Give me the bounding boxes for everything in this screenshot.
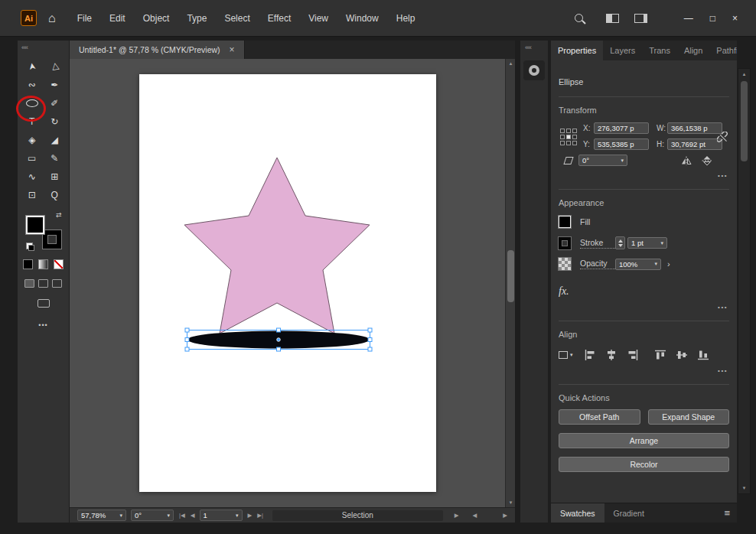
draw-behind-button[interactable] xyxy=(38,279,48,288)
selection-handle[interactable] xyxy=(185,338,189,342)
flip-horizontal-icon[interactable] xyxy=(680,156,692,165)
type-tool[interactable]: T xyxy=(21,112,44,131)
menu-window[interactable]: Window xyxy=(346,13,379,24)
stroke-swatch[interactable] xyxy=(559,237,571,249)
selection-handle[interactable] xyxy=(277,347,281,351)
align-right-button[interactable] xyxy=(627,349,639,361)
scrollbar-thumb[interactable] xyxy=(741,81,748,161)
canvas[interactable]: ▴ ▾ xyxy=(70,59,515,507)
free-transform-tool[interactable]: ⊞ xyxy=(44,168,67,186)
paintbrush-tool[interactable]: ✐ xyxy=(44,94,67,112)
scroll-up-icon[interactable]: ▴ xyxy=(506,60,515,67)
expand-shape-button[interactable]: Expand Shape xyxy=(648,409,730,425)
flip-vertical-icon[interactable] xyxy=(702,155,712,166)
stroke-label[interactable]: Stroke xyxy=(580,238,615,249)
screen-mode-button[interactable] xyxy=(37,299,50,308)
stroke-color-swatch[interactable] xyxy=(43,230,61,249)
selection-handle[interactable] xyxy=(368,347,372,351)
menu-edit[interactable]: Edit xyxy=(109,13,125,24)
chevron-right-icon[interactable]: › xyxy=(667,259,670,269)
minimize-button[interactable]: — xyxy=(684,14,693,23)
maximize-button[interactable]: □ xyxy=(710,14,715,23)
tab-swatches[interactable]: Swatches xyxy=(551,503,604,523)
selection-handle[interactable] xyxy=(185,328,189,332)
rectangle-tool[interactable]: ▭ xyxy=(21,149,44,168)
h-value-field[interactable]: 30,7692 pt xyxy=(667,138,722,150)
align-left-button[interactable] xyxy=(584,349,596,361)
stepper-down-icon[interactable] xyxy=(618,244,623,247)
align-top-button[interactable] xyxy=(654,349,666,361)
star-shape[interactable] xyxy=(184,158,370,334)
direct-selection-tool[interactable]: ▷ xyxy=(44,57,67,76)
fill-color-swatch[interactable] xyxy=(26,216,44,234)
document-tab[interactable]: Untitled-1* @ 57,78 % (CMYK/Preview) × xyxy=(70,41,245,59)
opacity-swatch[interactable] xyxy=(559,258,571,270)
stepper-up-icon[interactable] xyxy=(618,239,623,243)
close-tab-icon[interactable]: × xyxy=(230,44,235,55)
swap-fill-stroke-icon[interactable]: ⇄ xyxy=(56,211,62,219)
next-artboard-button[interactable]: ▶ xyxy=(248,512,253,519)
collapse-toolbar-icon[interactable]: «« xyxy=(21,44,28,51)
w-value-field[interactable]: 366,1538 p xyxy=(667,122,722,134)
rotation-select[interactable]: 0° ▾ xyxy=(131,510,174,521)
previous-artboard-button[interactable]: ◀ xyxy=(191,512,195,519)
fx-effects-button[interactable]: fx. xyxy=(559,285,569,297)
selection-handle[interactable] xyxy=(277,328,281,332)
menu-type[interactable]: Type xyxy=(187,13,207,24)
stroke-weight-select[interactable]: 1 pt ▾ xyxy=(627,237,667,249)
align-vertical-center-button[interactable] xyxy=(676,349,688,361)
artboard-number-select[interactable]: 1 ▾ xyxy=(200,510,243,521)
align-to-selection-button[interactable]: ▾ xyxy=(559,351,573,359)
tab-gradient[interactable]: Gradient xyxy=(604,503,653,523)
eyedropper-tool[interactable]: ◢ xyxy=(44,131,67,149)
panel-layout-icon[interactable] xyxy=(634,14,647,23)
scroll-up-icon[interactable]: ▴ xyxy=(738,71,750,77)
scroll-down-icon[interactable]: ▾ xyxy=(738,485,750,491)
tab-align[interactable]: Align xyxy=(677,41,709,60)
app-logo[interactable]: Ai xyxy=(21,10,37,26)
panel-vertical-scrollbar[interactable]: ▴ ▾ xyxy=(738,68,751,494)
more-options-icon[interactable]: ••• xyxy=(559,172,729,179)
recolor-button[interactable]: Recolor xyxy=(559,457,729,472)
first-artboard-button[interactable]: |◀ xyxy=(179,512,185,519)
menu-effect[interactable]: Effect xyxy=(268,13,291,24)
none-mode-button[interactable] xyxy=(54,259,64,269)
width-tool[interactable]: ∿ xyxy=(21,168,44,186)
draw-normal-button[interactable] xyxy=(24,279,34,288)
zoom-level-select[interactable]: 57,78% ▾ xyxy=(77,510,126,521)
workspace-switcher-icon[interactable] xyxy=(606,14,619,23)
menu-select[interactable]: Select xyxy=(224,13,249,24)
last-artboard-button[interactable]: ▶| xyxy=(257,512,263,519)
menu-object[interactable]: Object xyxy=(143,13,170,24)
rotation-angle-select[interactable]: 0° ▾ xyxy=(578,155,627,166)
pen-tool[interactable]: ✒ xyxy=(44,76,67,94)
status-options-icon[interactable]: ▶ xyxy=(455,512,459,519)
arrange-button[interactable]: Arrange xyxy=(559,433,729,448)
scroll-left-button[interactable]: ◀ xyxy=(472,512,477,519)
align-horizontal-center-button[interactable] xyxy=(605,349,618,361)
expand-dock-icon[interactable]: «« xyxy=(525,44,531,51)
tab-properties[interactable]: Properties xyxy=(551,41,603,60)
selection-tool[interactable]: ➤ xyxy=(21,57,44,76)
search-icon[interactable] xyxy=(575,14,583,22)
close-button[interactable]: × xyxy=(732,14,738,23)
edit-toolbar-button[interactable]: ••• xyxy=(18,321,69,329)
x-value-field[interactable]: 276,3077 p xyxy=(594,122,649,134)
curvature-tool[interactable]: ∾ xyxy=(21,76,44,94)
y-value-field[interactable]: 535,5385 p xyxy=(594,138,649,150)
tab-pathfinder[interactable]: Pathfi xyxy=(709,41,737,60)
panel-menu-icon[interactable]: ≡ xyxy=(717,503,737,523)
zoom-tool[interactable]: Q xyxy=(44,186,67,204)
stroke-weight-stepper[interactable] xyxy=(615,236,625,249)
scroll-right-button[interactable]: ▶ xyxy=(503,512,507,519)
menu-file[interactable]: File xyxy=(77,13,92,24)
selection-handle[interactable] xyxy=(368,338,372,342)
opacity-label[interactable]: Opacity xyxy=(580,259,615,269)
tab-layers[interactable]: Layers xyxy=(603,41,642,60)
menu-help[interactable]: Help xyxy=(396,13,415,24)
opacity-select[interactable]: 100% ▾ xyxy=(615,259,661,270)
eraser-tool[interactable]: ◈ xyxy=(21,131,44,149)
selection-center-point[interactable] xyxy=(277,338,281,342)
ellipse-tool[interactable] xyxy=(21,94,44,112)
draw-inside-button[interactable] xyxy=(52,279,62,288)
